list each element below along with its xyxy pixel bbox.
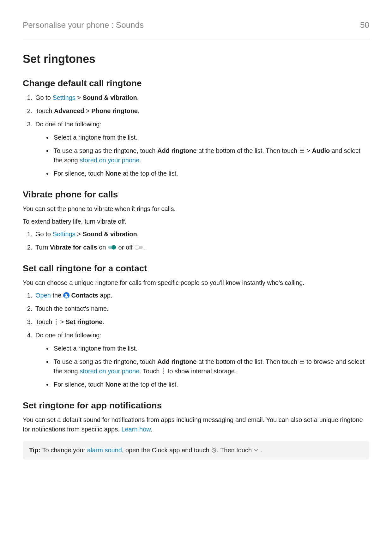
list-item: For silence, touch None at the top of th… [52,380,369,389]
svg-point-16 [163,370,164,372]
svg-point-11 [56,323,57,325]
svg-line-21 [212,448,213,448]
alarm-icon [211,447,217,453]
list-item: Touch > Set ringtone. [34,317,369,327]
list-item: Turn Vibrate for calls on or off . [34,243,369,252]
svg-point-8 [65,294,67,296]
stored-link[interactable]: stored on your phone [80,368,139,375]
steps-list: Go to Settings > Sound & vibration. Turn… [23,229,369,252]
body-text: You can set a default sound for notifica… [23,415,369,434]
list-item: Open the Contacts app. [34,291,369,300]
hamburger-icon [299,148,305,154]
list-item: Go to Settings > Sound & vibration. [34,93,369,102]
svg-point-6 [135,245,139,250]
settings-link[interactable]: Settings [52,94,75,101]
svg-point-15 [163,368,164,370]
svg-point-4 [112,245,116,250]
tip-box: Tip: To change your alarm sound, open th… [23,441,369,460]
toggle-off-icon [134,244,143,250]
person-circle-icon [63,292,69,298]
stored-link[interactable]: stored on your phone [80,157,139,164]
body-text: To extend battery life, turn vibrate off… [23,217,369,226]
steps-list: Go to Settings > Sound & vibration. Touc… [23,93,369,178]
list-item: Do one of the following: Select a ringto… [34,119,369,178]
list-item: To use a song as the ringtone, touch Add… [52,357,369,376]
hamburger-icon [299,359,305,364]
sub-list: Select a ringtone from the list. To use … [35,344,369,389]
toggle-on-icon [108,244,117,250]
section-heading: Set call ringtone for a contact [23,263,369,274]
section-heading: Set ringtone for app notifications [23,400,369,411]
breadcrumb: Personalise your phone : Sounds [23,20,144,30]
body-text: You can choose a unique ringtone for cal… [23,278,369,287]
list-item: For silence, touch None at the top of th… [52,169,369,178]
svg-line-20 [214,450,215,451]
section-heading: Vibrate phone for calls [23,190,369,200]
svg-line-22 [215,448,216,448]
page-title: Set ringtones [23,52,369,66]
steps-list: Open the Contacts app. Touch the contact… [23,291,369,389]
list-item: Go to Settings > Sound & vibration. [34,229,369,239]
section-heading: Change default call ringtone [23,78,369,88]
alarm-sound-link[interactable]: alarm sound [87,447,122,454]
list-item: Select a ringtone from the list. [52,133,369,142]
page: Personalise your phone : Sounds 50 Set r… [0,0,392,554]
chevron-down-icon [254,448,259,452]
tip-label: Tip: [29,447,40,454]
sub-list: Select a ringtone from the list. To use … [35,133,369,178]
page-number: 50 [360,20,369,30]
page-header: Personalise your phone : Sounds 50 [23,20,369,39]
list-item: Select a ringtone from the list. [52,344,369,353]
settings-link[interactable]: Settings [52,231,75,238]
svg-point-17 [163,373,164,374]
svg-point-9 [56,319,57,320]
svg-point-10 [56,321,57,322]
list-item: To use a song as the ringtone, touch Add… [52,146,369,165]
list-item: Touch the contact's name. [34,304,369,313]
learn-how-link[interactable]: Learn how [121,426,150,433]
open-link[interactable]: Open [35,292,51,299]
body-text: You can set the phone to vibrate when it… [23,204,369,214]
list-item: Do one of the following: Select a ringto… [34,330,369,389]
more-vert-icon [161,368,166,374]
more-vert-icon [54,319,58,325]
list-item: Touch Advanced > Phone ringtone. [34,106,369,116]
